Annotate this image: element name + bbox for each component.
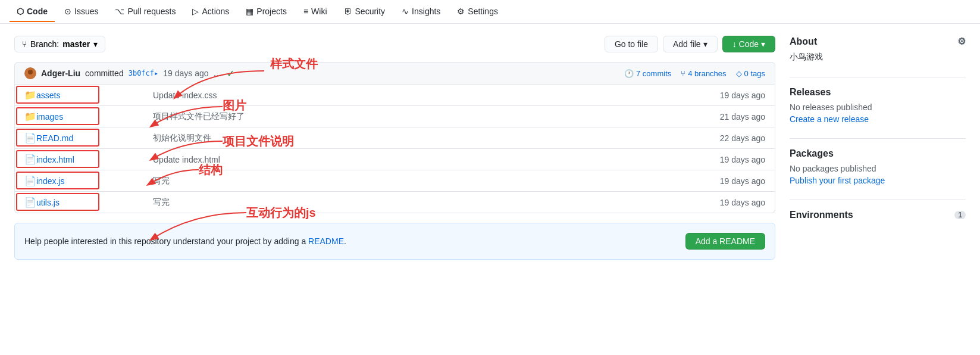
nav-item-wiki[interactable]: ≡ Wiki — [296, 2, 334, 22]
file-icon: 📄 — [24, 175, 36, 186]
pull-requests-icon: ⌥ — [115, 7, 124, 16]
readme-banner-text: Help people interested in this repositor… — [24, 236, 346, 246]
avatar — [24, 67, 36, 79]
security-icon: ⛨ — [344, 7, 352, 16]
branches-link[interactable]: ⑂ 4 branches — [681, 69, 726, 78]
packages-section: Packages No packages published Publish y… — [790, 148, 966, 185]
about-title: About ⚙ — [790, 36, 966, 47]
file-name-index-js[interactable]: index.js — [36, 176, 143, 186]
nav-item-actions[interactable]: ▷ Actions — [185, 2, 236, 22]
file-time-utils-js: 19 days ago — [720, 198, 765, 207]
sidebar-divider-1 — [790, 77, 966, 77]
check-icon: ✓ — [227, 68, 234, 79]
wiki-icon: ≡ — [303, 7, 308, 16]
main-container: ⑂ Branch: master ▾ Go to file Add file ▾… — [0, 24, 980, 272]
add-file-button[interactable]: Add file ▾ — [663, 36, 718, 52]
file-name-utils-js[interactable]: utils.js — [36, 198, 143, 207]
nav-item-projects[interactable]: ▦ Projects — [239, 2, 294, 22]
settings-nav-icon: ⚙ — [457, 7, 465, 16]
publish-first-package-link[interactable]: Publish your first package — [790, 176, 966, 185]
folder-icon: 📁 — [24, 89, 36, 101]
settings-gear-icon[interactable]: ⚙ — [957, 36, 966, 47]
commit-bar-left: Adger-Liu committed 3b0fcf▸ 19 days ago … — [24, 67, 234, 79]
file-commit-utils-js: 写完 — [143, 197, 720, 208]
releases-empty-text: No releases published — [790, 102, 966, 112]
branch-bar: ⑂ Branch: master ▾ Go to file Add file ▾… — [14, 36, 775, 52]
environments-section: Environments 1 — [790, 210, 966, 220]
packages-empty-text: No packages published — [790, 164, 966, 173]
commits-link[interactable]: 🕐 7 commits — [624, 69, 671, 78]
svg-point-1 — [28, 70, 33, 74]
file-commit-index-html: Update index.html — [143, 155, 720, 164]
nav-item-settings[interactable]: ⚙ Settings — [450, 2, 505, 22]
commit-bar: Adger-Liu committed 3b0fcf▸ 19 days ago … — [14, 62, 775, 85]
projects-icon: ▦ — [246, 7, 253, 16]
file-name-assets[interactable]: assets — [36, 91, 143, 100]
add-file-caret-icon: ▾ — [703, 39, 707, 49]
file-time-images: 21 days ago — [720, 112, 765, 122]
top-navigation: ⬡ Code ⊙ Issues ⌥ Pull requests ▷ Action… — [0, 0, 980, 24]
commits-clock-icon: 🕐 — [624, 69, 634, 78]
table-row: 📄 utils.js 写完 19 days ago — [15, 191, 775, 213]
create-new-release-link[interactable]: Create a new release — [790, 114, 966, 124]
file-icon: 📄 — [24, 132, 36, 144]
file-name-index-html[interactable]: index.html — [36, 155, 143, 164]
tags-link[interactable]: ◇ 0 tags — [736, 69, 765, 78]
insights-icon: ∿ — [402, 7, 409, 16]
actions-icon: ▷ — [192, 7, 199, 16]
nav-item-issues[interactable]: ⊙ Issues — [57, 2, 105, 22]
about-section: About ⚙ 小鸟游戏 — [790, 36, 966, 63]
branch-caret-icon: ▾ — [93, 39, 98, 49]
go-to-file-button[interactable]: Go to file — [605, 36, 658, 52]
sidebar-divider-2 — [790, 138, 966, 139]
folder-icon: 📁 — [24, 111, 36, 122]
file-commit-assets: Update index.css — [143, 91, 720, 100]
nav-item-security[interactable]: ⛨ Security — [337, 2, 393, 22]
code-caret-icon: ▾ — [761, 39, 765, 49]
file-commit-images: 项目样式文件已经写好了 — [143, 111, 720, 122]
branch-label: Branch: — [30, 39, 59, 49]
file-name-readme[interactable]: READ.md — [36, 133, 143, 143]
commit-bar-right: 🕐 7 commits ⑂ 4 branches ◇ 0 tags — [624, 69, 765, 78]
nav-item-insights[interactable]: ∿ Insights — [394, 2, 447, 22]
file-table-container: 样式文件 图片 项目文件说明 结构 互动行为的js — [14, 62, 775, 213]
table-row: 📄 READ.md 初始化说明文件 22 days ago — [15, 127, 775, 148]
committer-name: Adger-Liu — [41, 68, 80, 78]
file-commit-readme: 初始化说明文件 — [143, 133, 720, 144]
file-icon: 📄 — [24, 154, 36, 165]
code-icon: ⬡ — [17, 7, 24, 16]
table-row: 📁 assets Update index.css 19 days ago — [15, 85, 775, 105]
branches-icon: ⑂ — [681, 69, 685, 78]
environments-title: Environments 1 — [790, 210, 966, 220]
nav-item-code[interactable]: ⬡ Code — [10, 2, 55, 22]
about-description: 小鸟游戏 — [790, 52, 966, 63]
readme-banner-link[interactable]: README — [308, 236, 344, 246]
file-table: 📁 assets Update index.css 19 days ago 📁 … — [14, 85, 775, 213]
add-readme-button[interactable]: Add a README — [685, 233, 765, 250]
readme-banner: Help people interested in this repositor… — [14, 223, 775, 260]
code-button[interactable]: ↓ Code ▾ — [722, 36, 775, 52]
releases-section: Releases No releases published Create a … — [790, 87, 966, 124]
branch-name: master — [62, 39, 90, 49]
sidebar: About ⚙ 小鸟游戏 Releases No releases publis… — [790, 36, 966, 260]
nav-item-pull-requests[interactable]: ⌥ Pull requests — [108, 2, 183, 22]
commit-sha[interactable]: 3b0fcf▸ — [129, 69, 159, 77]
commit-action: committed — [85, 68, 124, 78]
file-commit-index-js: 写完 — [143, 176, 720, 186]
environments-badge: 1 — [954, 211, 966, 219]
file-time-readme: 22 days ago — [720, 133, 765, 143]
sidebar-divider-3 — [790, 200, 966, 200]
table-row: 📄 index.html Update index.html 19 days a… — [15, 148, 775, 170]
file-icon: 📄 — [24, 197, 36, 208]
table-row: 📁 images 项目样式文件已经写好了 21 days ago — [15, 105, 775, 127]
table-row: 📄 index.js 写完 19 days ago — [15, 170, 775, 191]
releases-title: Releases — [790, 87, 966, 98]
branch-actions: Go to file Add file ▾ ↓ Code ▾ — [605, 36, 775, 52]
issues-icon: ⊙ — [64, 7, 71, 16]
tags-icon: ◇ — [736, 69, 742, 78]
branch-icon: ⑂ — [22, 39, 27, 49]
commit-time-ago: 19 days ago — [163, 68, 208, 78]
branch-selector[interactable]: ⑂ Branch: master ▾ — [14, 36, 105, 52]
packages-title: Packages — [790, 148, 966, 159]
file-name-images[interactable]: images — [36, 112, 143, 122]
